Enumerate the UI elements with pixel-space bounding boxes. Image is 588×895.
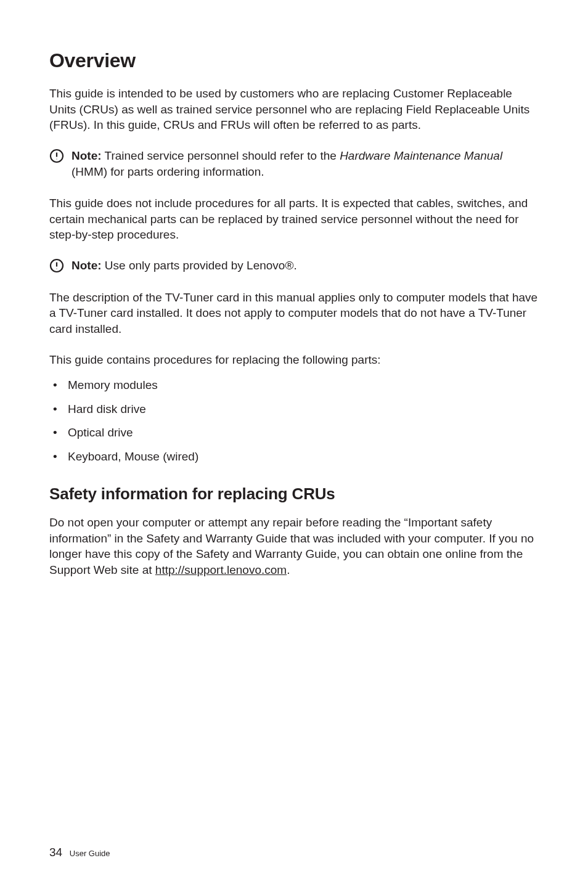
page-footer: 34 User Guide bbox=[49, 846, 110, 859]
list-item: Keyboard, Mouse (wired) bbox=[49, 448, 539, 466]
list-item: Hard disk drive bbox=[49, 400, 539, 419]
section-heading-safety: Safety information for replacing CRUs bbox=[49, 484, 539, 504]
page-number: 34 bbox=[49, 846, 62, 859]
note-1-italic: Hardware Maintenance Manual bbox=[340, 149, 502, 162]
note-2: Note: Use only parts provided by Lenovo®… bbox=[49, 258, 539, 274]
note-1-text: Note: Trained service personnel should r… bbox=[71, 148, 539, 179]
safety-text-before: Do not open your computer or attempt any… bbox=[49, 516, 534, 576]
safety-text-after: . bbox=[287, 563, 290, 576]
svg-point-5 bbox=[56, 269, 57, 269]
list-item: Optical drive bbox=[49, 423, 539, 442]
page-heading: Overview bbox=[49, 49, 539, 72]
note-2-body: Use only parts provided by Lenovo®. bbox=[102, 259, 297, 272]
note-1-label: Note: bbox=[71, 149, 102, 162]
parts-intro: This guide contains procedures for repla… bbox=[49, 352, 539, 368]
intro-paragraph: This guide is intended to be used by cus… bbox=[49, 86, 539, 133]
svg-point-2 bbox=[56, 158, 57, 159]
parts-list: Memory modules Hard disk drive Optical d… bbox=[49, 376, 539, 466]
paragraph-2: This guide does not include procedures f… bbox=[49, 195, 539, 243]
paragraph-3: The description of the TV-Tuner card in … bbox=[49, 290, 539, 337]
footer-label: User Guide bbox=[70, 849, 110, 858]
note-2-text: Note: Use only parts provided by Lenovo®… bbox=[71, 258, 539, 274]
note-1-after: (HMM) for parts ordering information. bbox=[71, 165, 264, 178]
safety-paragraph: Do not open your computer or attempt any… bbox=[49, 515, 539, 578]
alert-icon bbox=[49, 149, 64, 163]
list-item: Memory modules bbox=[49, 376, 539, 394]
note-2-label: Note: bbox=[71, 259, 102, 272]
alert-icon bbox=[49, 258, 64, 273]
note-1-before: Trained service personnel should refer t… bbox=[102, 149, 340, 162]
support-link[interactable]: http://support.lenovo.com bbox=[155, 563, 287, 576]
note-1: Note: Trained service personnel should r… bbox=[49, 148, 539, 179]
